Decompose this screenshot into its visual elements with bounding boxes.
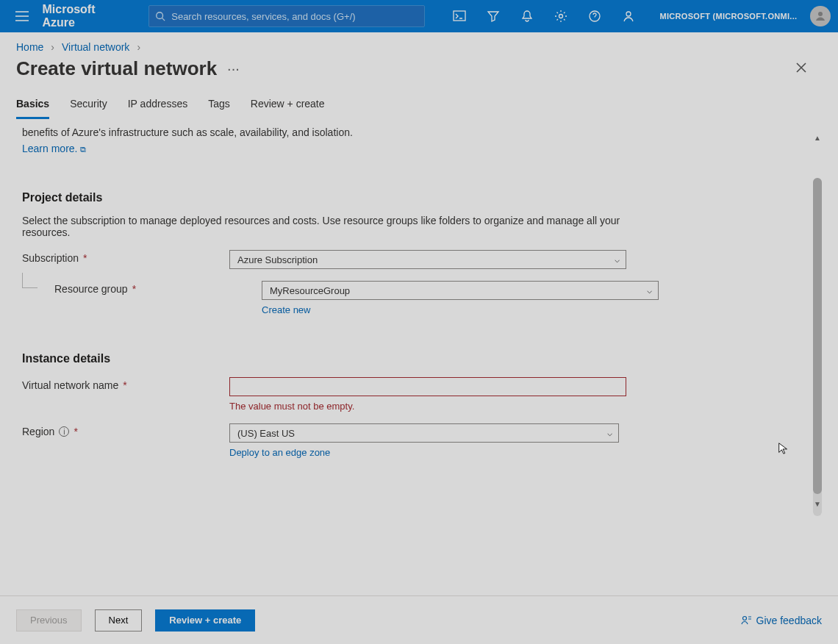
vnet-name-label: Virtual network name [22,379,118,391]
brand-label[interactable]: Microsoft Azure [42,3,143,29]
form-content: benefits of Azure's infrastructure such … [0,119,838,531]
learn-more-link[interactable]: Learn more.⧉ [22,143,86,154]
tab-ip-addresses[interactable]: IP addresses [128,93,187,119]
top-icon-group [444,0,644,32]
subscription-select[interactable]: Azure Subscription ⌵ [229,250,626,269]
intro-text-fragment: benefits of Azure's infrastructure such … [22,126,735,138]
info-icon[interactable]: i [59,426,69,437]
wizard-footer: Previous Next Review + create Give feedb… [0,595,838,644]
tab-security[interactable]: Security [70,93,107,119]
next-button[interactable]: Next [95,609,143,632]
close-blade-icon[interactable] [795,60,822,77]
feedback-icon[interactable] [613,0,644,32]
resource-group-select[interactable]: MyResourceGroup ⌵ [262,281,659,300]
tab-tags[interactable]: Tags [208,93,230,119]
help-icon[interactable] [579,0,610,32]
vnet-name-input[interactable] [229,377,626,396]
required-mark: * [132,283,136,295]
svg-point-6 [742,616,746,620]
breadcrumb: Home › Virtual network › [0,32,838,53]
svg-point-0 [157,12,163,19]
cloud-shell-icon[interactable] [444,0,475,32]
svg-rect-1 [454,11,465,21]
section-project-details-text: Select the subscription to manage deploy… [22,215,632,238]
search-input[interactable] [171,11,418,22]
settings-icon[interactable] [545,0,576,32]
more-menu-icon[interactable]: ··· [227,60,240,77]
required-mark: * [83,252,87,264]
page-title: Create virtual network [16,57,217,80]
required-mark: * [74,426,77,437]
previous-button: Previous [16,609,82,632]
chevron-down-icon: ⌵ [615,254,620,265]
azure-topbar: Microsoft Azure MICROSOFT (MICROSOFT.ONM… [0,0,838,32]
create-new-rg-link[interactable]: Create new [262,304,659,315]
external-link-icon: ⧉ [80,145,86,154]
global-search[interactable] [148,5,424,27]
subscription-label: Subscription [22,252,79,264]
vnet-name-error: The value must not be empty. [229,401,626,412]
section-instance-details-title: Instance details [22,352,735,365]
resource-group-label: Resource group [54,283,128,295]
scrollbar-thumb[interactable] [813,178,822,494]
breadcrumb-home[interactable]: Home [16,41,43,53]
required-mark: * [123,379,126,391]
chevron-right-icon: › [51,41,54,53]
svg-point-5 [818,12,823,16]
region-select[interactable]: (US) East US ⌵ [229,423,619,443]
notifications-icon[interactable] [512,0,542,32]
tenant-label[interactable]: MICROSOFT (MICROSOFT.ONMI... [660,12,798,21]
user-avatar[interactable] [810,6,831,26]
chevron-down-icon: ⌵ [607,428,612,438]
wizard-tabs: Basics Security IP addresses Tags Review… [0,93,838,119]
deploy-edge-zone-link[interactable]: Deploy to an edge zone [229,447,626,458]
chevron-down-icon: ⌵ [647,285,652,296]
tab-review-create[interactable]: Review + create [251,93,325,119]
chevron-right-icon: › [137,41,140,53]
page-title-bar: Create virtual network ··· [0,53,838,93]
scroll-up-icon[interactable]: ▲ [813,132,822,143]
breadcrumb-vnet[interactable]: Virtual network [62,41,129,53]
region-label: Region [22,426,54,437]
svg-point-4 [626,12,631,16]
review-create-button[interactable]: Review + create [155,609,255,632]
hamburger-menu-icon[interactable] [7,11,36,21]
svg-point-2 [559,15,562,18]
section-project-details-title: Project details [22,191,735,204]
directory-filter-icon[interactable] [478,0,509,32]
scroll-down-icon[interactable]: ▼ [813,498,822,509]
tab-basics[interactable]: Basics [16,93,49,119]
give-feedback-link[interactable]: Give feedback [740,615,823,626]
